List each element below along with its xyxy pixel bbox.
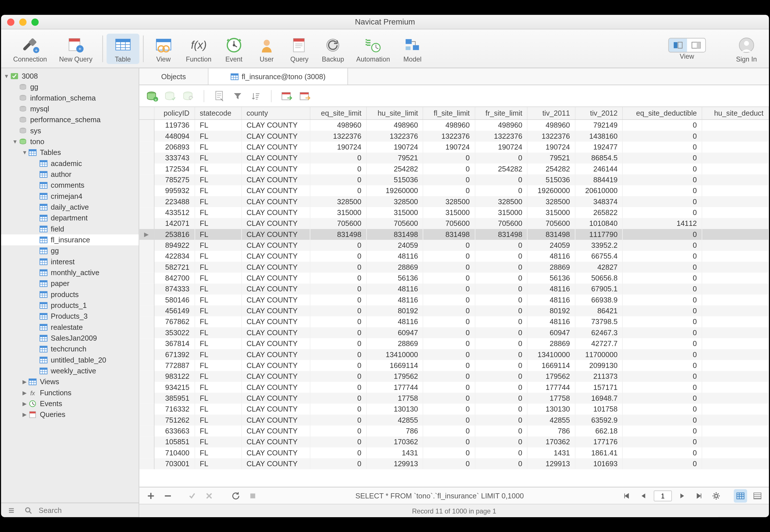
cell[interactable]: 192477 xyxy=(575,141,623,152)
cell[interactable]: 13410000 xyxy=(527,349,575,360)
cancel-changes-icon[interactable] xyxy=(202,489,216,502)
cell[interactable]: 86854.5 xyxy=(575,152,623,163)
cell[interactable]: 894922 xyxy=(154,240,195,250)
cell[interactable]: FL xyxy=(194,305,241,316)
cell[interactable]: 48116 xyxy=(527,316,575,327)
cell[interactable] xyxy=(702,447,769,458)
cell[interactable] xyxy=(702,436,769,447)
cell[interactable]: 0 xyxy=(623,174,702,185)
table-row[interactable]: 223488FLCLAY COUNTY328500328500328500328… xyxy=(139,196,769,207)
cell[interactable]: FL xyxy=(194,382,241,392)
cell[interactable]: 223488 xyxy=(154,196,195,207)
cell[interactable]: 48116 xyxy=(527,251,575,261)
cell[interactable]: 0 xyxy=(310,436,366,447)
cell[interactable]: 42855 xyxy=(366,414,423,425)
cell[interactable]: 705600 xyxy=(366,218,423,229)
cell[interactable]: 101693 xyxy=(575,458,623,469)
cell[interactable]: CLAY COUNTY xyxy=(241,447,310,458)
cell[interactable]: 983122 xyxy=(154,371,195,381)
cell[interactable]: 0 xyxy=(475,185,528,196)
cell[interactable]: 0 xyxy=(475,327,528,338)
cell[interactable]: CLAY COUNTY xyxy=(241,414,310,425)
cell[interactable]: 0 xyxy=(623,120,702,130)
cell[interactable]: 254282 xyxy=(527,163,575,174)
cell[interactable]: 0 xyxy=(623,458,702,469)
cell[interactable]: 328500 xyxy=(423,196,475,207)
cell[interactable]: 0 xyxy=(423,240,475,250)
tree-db-sys[interactable]: sys xyxy=(1,125,139,136)
cell[interactable]: 0 xyxy=(475,174,528,185)
tree-fx-folder[interactable]: ▶fxFunctions xyxy=(1,387,139,398)
cell[interactable]: 190724 xyxy=(527,141,575,152)
cell[interactable]: 0 xyxy=(310,360,366,371)
tree-table-Products_3[interactable]: Products_3 xyxy=(1,311,139,322)
table-row[interactable]: 105851FLCLAY COUNTY017036200170362177176… xyxy=(139,436,769,447)
cell[interactable]: 0 xyxy=(423,436,475,447)
cell[interactable]: 1322376 xyxy=(475,130,528,141)
cell[interactable] xyxy=(702,240,769,250)
cell[interactable]: FL xyxy=(194,436,241,447)
cell[interactable]: 0 xyxy=(623,229,702,240)
cell[interactable]: 33952.2 xyxy=(575,240,623,250)
column-header[interactable]: eq_site_limit xyxy=(310,107,366,120)
tab-objects[interactable]: Objects xyxy=(139,68,208,85)
cell[interactable]: 129913 xyxy=(527,458,575,469)
cell[interactable]: 177176 xyxy=(575,436,623,447)
cell[interactable] xyxy=(702,327,769,338)
data-grid[interactable]: policyIDstatecodecountyeq_site_limithu_s… xyxy=(139,107,769,469)
cell[interactable]: 0 xyxy=(623,130,702,141)
cell[interactable]: 0 xyxy=(310,371,366,381)
import-icon[interactable] xyxy=(280,89,294,103)
cell[interactable]: 333743 xyxy=(154,152,195,163)
cell[interactable]: 0 xyxy=(623,272,702,283)
cell[interactable]: 0 xyxy=(623,316,702,327)
cell[interactable]: 50656.8 xyxy=(575,272,623,283)
cell[interactable]: 0 xyxy=(310,174,366,185)
view-mode-segmented[interactable] xyxy=(668,38,706,52)
cell[interactable]: 190724 xyxy=(366,141,423,152)
cell[interactable] xyxy=(702,392,769,403)
cell[interactable]: 0 xyxy=(310,240,366,250)
cell[interactable]: 0 xyxy=(423,261,475,272)
cell[interactable]: CLAY COUNTY xyxy=(241,458,310,469)
cell[interactable]: CLAY COUNTY xyxy=(241,425,310,436)
cell[interactable]: CLAY COUNTY xyxy=(241,316,310,327)
cell[interactable]: 130130 xyxy=(366,403,423,414)
cell[interactable]: 785275 xyxy=(154,174,195,185)
cell[interactable]: 254282 xyxy=(475,163,528,174)
column-header[interactable]: hu_site_deduct xyxy=(702,107,769,120)
cell[interactable]: 786 xyxy=(366,425,423,436)
cell[interactable]: 170362 xyxy=(527,436,575,447)
cell[interactable]: 0 xyxy=(310,305,366,316)
cell[interactable]: CLAY COUNTY xyxy=(241,174,310,185)
cell[interactable]: 130130 xyxy=(527,403,575,414)
cell[interactable]: CLAY COUNTY xyxy=(241,240,310,250)
cell[interactable]: 0 xyxy=(475,338,528,349)
table-row[interactable]: 206893FLCLAY COUNTY190724190724190724190… xyxy=(139,141,769,152)
toolbar-connection-button[interactable]: +Connection xyxy=(7,33,53,64)
cell[interactable]: 1010840 xyxy=(575,218,623,229)
commit-icon[interactable] xyxy=(164,89,177,103)
view-mode-detail-icon[interactable] xyxy=(687,38,705,52)
cell[interactable]: 353022 xyxy=(154,327,195,338)
tree-table-academic[interactable]: academic xyxy=(1,158,139,169)
tree-queries-folder[interactable]: ▶Queries xyxy=(1,409,139,420)
cell[interactable] xyxy=(702,338,769,349)
cell[interactable]: FL xyxy=(194,229,241,240)
tree-table-realestate[interactable]: realestate xyxy=(1,322,139,333)
cell[interactable]: 119736 xyxy=(154,120,195,130)
table-row[interactable]: 580146FLCLAY COUNTY048116004811666938.90 xyxy=(139,294,769,305)
cell[interactable]: 63592.9 xyxy=(575,414,623,425)
cell[interactable]: 0 xyxy=(475,240,528,250)
cell[interactable]: 48116 xyxy=(366,283,423,294)
toolbar-user-button[interactable]: User xyxy=(250,33,283,64)
rollback-icon[interactable] xyxy=(182,89,195,103)
cell[interactable]: 0 xyxy=(623,294,702,305)
table-row[interactable]: 582721FLCLAY COUNTY0288690028869428270 xyxy=(139,261,769,272)
cell[interactable]: 0 xyxy=(423,425,475,436)
cell[interactable] xyxy=(702,371,769,381)
cell[interactable]: 62467.3 xyxy=(575,327,623,338)
cell[interactable]: 0 xyxy=(423,414,475,425)
cell[interactable]: 0 xyxy=(423,447,475,458)
cell[interactable]: FL xyxy=(194,196,241,207)
